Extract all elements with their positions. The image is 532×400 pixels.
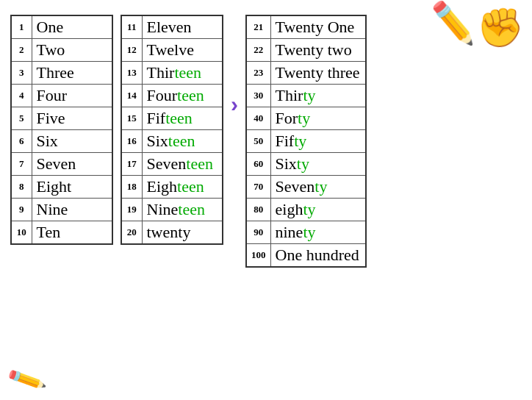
number-cell: 22 [246, 39, 270, 62]
word-cell: twenty [142, 221, 223, 245]
word-cell: Two [32, 39, 112, 62]
word-cell: Sixty [270, 153, 366, 176]
number-cell: 5 [11, 107, 32, 130]
table-row: 11 Eleven [121, 15, 223, 39]
number-cell: 70 [246, 176, 270, 199]
number-cell: 8 [11, 176, 32, 199]
word-cell: Thirty [270, 85, 366, 107]
word-cell: Thirteen [142, 62, 223, 85]
number-cell: 1 [11, 15, 32, 39]
table-row: 1 One [11, 15, 112, 39]
word-cell: Six [32, 130, 112, 153]
number-cell: 23 [246, 62, 270, 85]
table-row: 13 Thirteen [121, 62, 223, 85]
table-row: 14 Fourteen [121, 85, 223, 107]
number-cell: 30 [246, 85, 270, 107]
table-row: 4 Four [11, 85, 112, 107]
pencil-fist-icon: ✏️✊ [428, 0, 527, 52]
number-cell: 4 [11, 85, 32, 107]
table-1-10: 1 One 2 Two 3 Three 4 Four 5 Five 6 Six … [10, 15, 113, 245]
number-cell: 21 [246, 15, 270, 39]
table-21-100: 21 Twenty One 22 Twenty two 23 Twenty th… [245, 15, 367, 268]
number-cell: 10 [11, 221, 32, 245]
word-cell: Seven [32, 153, 112, 176]
number-cell: 18 [121, 176, 142, 199]
number-cell: 7 [11, 153, 32, 176]
number-cell: 60 [246, 153, 270, 176]
word-cell: Twelve [142, 39, 223, 62]
word-cell: Eleven [142, 15, 223, 39]
number-cell: 9 [11, 199, 32, 221]
table-row: 60 Sixty [246, 153, 366, 176]
number-cell: 50 [246, 130, 270, 153]
word-cell: One hundred [270, 244, 366, 268]
number-cell: 13 [121, 62, 142, 85]
table-row: 40 Forty [246, 107, 366, 130]
word-cell: Seventy [270, 176, 366, 199]
table-row: 10 Ten [11, 221, 112, 245]
table-row: 23 Twenty three [246, 62, 366, 85]
word-cell: Five [32, 107, 112, 130]
word-cell: Fifteen [142, 107, 223, 130]
number-cell: 20 [121, 221, 142, 245]
number-cell: 12 [121, 39, 142, 62]
table-row: 19 Nineteen [121, 199, 223, 221]
table-row: 15 Fifteen [121, 107, 223, 130]
number-cell: 16 [121, 130, 142, 153]
word-cell: Fifty [270, 130, 366, 153]
table-row: 6 Six [11, 130, 112, 153]
tables-container: 1 One 2 Two 3 Three 4 Four 5 Five 6 Six … [10, 15, 522, 268]
word-cell: Eighteen [142, 176, 223, 199]
table-row: 20 twenty [121, 221, 223, 245]
number-cell: 11 [121, 15, 142, 39]
table-row: 90 ninety [246, 221, 366, 244]
table-row: 5 Five [11, 107, 112, 130]
table-row: 22 Twenty two [246, 39, 366, 62]
number-cell: 2 [11, 39, 32, 62]
table-row: 50 Fifty [246, 130, 366, 153]
word-cell: Sixteen [142, 130, 223, 153]
number-cell: 14 [121, 85, 142, 107]
table-row: 2 Two [11, 39, 112, 62]
word-cell: Forty [270, 107, 366, 130]
table-11-20: 11 Eleven 12 Twelve 13 Thirteen 14 Fourt… [121, 15, 223, 245]
number-cell: 19 [121, 199, 142, 221]
number-cell: 90 [246, 221, 270, 244]
word-cell: Twenty three [270, 62, 366, 85]
number-cell: 3 [11, 62, 32, 85]
word-cell: Nine [32, 199, 112, 221]
table-row: 17 Seventeen [121, 153, 223, 176]
page: ✏️✊ 1 One 2 Two 3 Three 4 Four 5 Five 6 … [0, 0, 532, 400]
word-cell: Twenty One [270, 15, 366, 39]
number-cell: 80 [246, 199, 270, 221]
word-cell: Eight [32, 176, 112, 199]
table-row: 70 Seventy [246, 176, 366, 199]
number-cell: 6 [11, 130, 32, 153]
word-cell: One [32, 15, 112, 39]
table-row: 16 Sixteen [121, 130, 223, 153]
number-cell: 40 [246, 107, 270, 130]
word-cell: Nineteen [142, 199, 223, 221]
table-row: 21 Twenty One [246, 15, 366, 39]
number-cell: 100 [246, 244, 270, 268]
arrow-icon: › [231, 92, 238, 117]
table-row: 80 eighty [246, 199, 366, 221]
number-cell: 15 [121, 107, 142, 130]
table-row: 30 Thirty [246, 85, 366, 107]
number-cell: 17 [121, 153, 142, 176]
table-row: 3 Three [11, 62, 112, 85]
table-row: 8 Eight [11, 176, 112, 199]
table-row: 100 One hundred [246, 244, 366, 268]
word-cell: eighty [270, 199, 366, 221]
word-cell: Fourteen [142, 85, 223, 107]
word-cell: Three [32, 62, 112, 85]
word-cell: ninety [270, 221, 366, 244]
table-row: 7 Seven [11, 153, 112, 176]
table-row: 9 Nine [11, 199, 112, 221]
word-cell: Four [32, 85, 112, 107]
word-cell: Twenty two [270, 39, 366, 62]
pencil-bottom-icon: ✏️ [5, 359, 48, 400]
table-row: 12 Twelve [121, 39, 223, 62]
table-row: 18 Eighteen [121, 176, 223, 199]
word-cell: Ten [32, 221, 112, 245]
